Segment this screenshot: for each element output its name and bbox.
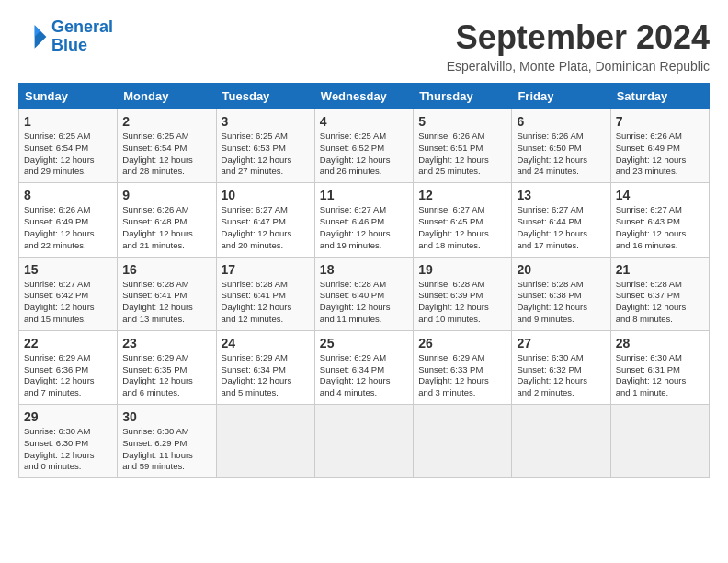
calendar-title: September 2024 <box>447 18 710 57</box>
day-number: 30 <box>122 409 210 424</box>
day-info: Sunrise: 6:27 AM Sunset: 6:43 PM Dayligh… <box>616 204 704 251</box>
day-info: Sunrise: 6:29 AM Sunset: 6:33 PM Dayligh… <box>418 352 506 399</box>
calendar-cell: 26Sunrise: 6:29 AM Sunset: 6:33 PM Dayli… <box>414 330 512 404</box>
day-number: 21 <box>616 262 704 277</box>
day-info: Sunrise: 6:30 AM Sunset: 6:30 PM Dayligh… <box>24 426 112 473</box>
day-info: Sunrise: 6:28 AM Sunset: 6:37 PM Dayligh… <box>616 279 704 326</box>
day-number: 9 <box>122 188 210 202</box>
weekday-header-saturday: Saturday <box>610 84 709 109</box>
logo-line1: General <box>51 17 113 36</box>
calendar-cell: 17Sunrise: 6:28 AM Sunset: 6:41 PM Dayli… <box>216 257 314 330</box>
calendar-cell: 19Sunrise: 6:28 AM Sunset: 6:39 PM Dayli… <box>414 257 512 330</box>
calendar-cell: 20Sunrise: 6:28 AM Sunset: 6:38 PM Dayli… <box>512 257 610 330</box>
day-info: Sunrise: 6:29 AM Sunset: 6:36 PM Dayligh… <box>24 352 112 399</box>
day-info: Sunrise: 6:27 AM Sunset: 6:45 PM Dayligh… <box>418 204 506 251</box>
day-info: Sunrise: 6:26 AM Sunset: 6:48 PM Dayligh… <box>122 204 210 251</box>
day-info: Sunrise: 6:27 AM Sunset: 6:42 PM Dayligh… <box>24 279 112 326</box>
day-number: 6 <box>517 114 605 129</box>
calendar-cell: 7Sunrise: 6:26 AM Sunset: 6:49 PM Daylig… <box>610 109 709 183</box>
day-number: 11 <box>320 188 408 202</box>
day-info: Sunrise: 6:28 AM Sunset: 6:40 PM Dayligh… <box>320 279 408 326</box>
day-number: 4 <box>320 114 408 129</box>
logo-icon <box>18 22 48 52</box>
day-info: Sunrise: 6:25 AM Sunset: 6:54 PM Dayligh… <box>122 131 210 178</box>
day-number: 18 <box>320 262 408 277</box>
day-number: 29 <box>24 409 112 424</box>
day-number: 25 <box>320 336 408 350</box>
calendar-cell: 25Sunrise: 6:29 AM Sunset: 6:34 PM Dayli… <box>314 330 413 404</box>
calendar-cell: 27Sunrise: 6:30 AM Sunset: 6:32 PM Dayli… <box>512 330 610 404</box>
day-number: 5 <box>418 114 506 129</box>
logo-line2: Blue <box>51 36 87 54</box>
calendar-week-2: 8Sunrise: 6:26 AM Sunset: 6:49 PM Daylig… <box>19 183 710 257</box>
day-info: Sunrise: 6:26 AM Sunset: 6:51 PM Dayligh… <box>418 131 506 178</box>
calendar-cell <box>414 405 512 478</box>
calendar-cell: 11Sunrise: 6:27 AM Sunset: 6:46 PM Dayli… <box>314 183 413 257</box>
weekday-header-friday: Friday <box>512 84 610 109</box>
day-info: Sunrise: 6:30 AM Sunset: 6:32 PM Dayligh… <box>517 352 605 399</box>
day-number: 15 <box>24 262 112 277</box>
day-info: Sunrise: 6:28 AM Sunset: 6:41 PM Dayligh… <box>122 279 210 326</box>
calendar-cell: 16Sunrise: 6:28 AM Sunset: 6:41 PM Dayli… <box>118 257 216 330</box>
calendar-cell: 13Sunrise: 6:27 AM Sunset: 6:44 PM Dayli… <box>512 183 610 257</box>
day-number: 28 <box>616 336 704 350</box>
calendar-cell <box>216 405 314 478</box>
day-info: Sunrise: 6:27 AM Sunset: 6:44 PM Dayligh… <box>517 204 605 251</box>
weekday-header-sunday: Sunday <box>19 84 118 109</box>
calendar-cell: 22Sunrise: 6:29 AM Sunset: 6:36 PM Dayli… <box>19 330 118 404</box>
day-number: 23 <box>122 336 210 350</box>
calendar-cell: 8Sunrise: 6:26 AM Sunset: 6:49 PM Daylig… <box>19 183 118 257</box>
calendar-body: 1Sunrise: 6:25 AM Sunset: 6:54 PM Daylig… <box>19 109 710 478</box>
calendar-cell: 4Sunrise: 6:25 AM Sunset: 6:52 PM Daylig… <box>314 109 413 183</box>
day-info: Sunrise: 6:25 AM Sunset: 6:52 PM Dayligh… <box>320 131 408 178</box>
calendar-cell: 1Sunrise: 6:25 AM Sunset: 6:54 PM Daylig… <box>19 109 118 183</box>
calendar-cell: 2Sunrise: 6:25 AM Sunset: 6:54 PM Daylig… <box>118 109 216 183</box>
calendar-week-4: 22Sunrise: 6:29 AM Sunset: 6:36 PM Dayli… <box>19 330 710 404</box>
day-info: Sunrise: 6:30 AM Sunset: 6:31 PM Dayligh… <box>616 352 704 399</box>
day-info: Sunrise: 6:28 AM Sunset: 6:39 PM Dayligh… <box>418 279 506 326</box>
logo-text: General Blue <box>51 18 113 55</box>
day-number: 16 <box>122 262 210 277</box>
day-number: 7 <box>616 114 704 129</box>
day-info: Sunrise: 6:27 AM Sunset: 6:47 PM Dayligh… <box>222 204 310 251</box>
day-number: 14 <box>616 188 704 202</box>
day-number: 26 <box>418 336 506 350</box>
day-number: 24 <box>222 336 310 350</box>
calendar-cell: 3Sunrise: 6:25 AM Sunset: 6:53 PM Daylig… <box>216 109 314 183</box>
weekday-header-wednesday: Wednesday <box>314 84 413 109</box>
day-info: Sunrise: 6:26 AM Sunset: 6:49 PM Dayligh… <box>616 131 704 178</box>
day-info: Sunrise: 6:25 AM Sunset: 6:54 PM Dayligh… <box>24 131 112 178</box>
calendar-cell <box>314 405 413 478</box>
day-info: Sunrise: 6:29 AM Sunset: 6:34 PM Dayligh… <box>222 352 310 399</box>
calendar-cell: 10Sunrise: 6:27 AM Sunset: 6:47 PM Dayli… <box>216 183 314 257</box>
title-block: September 2024 Esperalvillo, Monte Plata… <box>447 18 710 74</box>
calendar-header: SundayMondayTuesdayWednesdayThursdayFrid… <box>19 84 710 109</box>
logo: General Blue <box>18 18 113 55</box>
calendar-subtitle: Esperalvillo, Monte Plata, Dominican Rep… <box>447 59 710 74</box>
calendar-cell: 23Sunrise: 6:29 AM Sunset: 6:35 PM Dayli… <box>118 330 216 404</box>
calendar-cell: 5Sunrise: 6:26 AM Sunset: 6:51 PM Daylig… <box>414 109 512 183</box>
day-info: Sunrise: 6:29 AM Sunset: 6:34 PM Dayligh… <box>320 352 408 399</box>
day-info: Sunrise: 6:28 AM Sunset: 6:38 PM Dayligh… <box>517 279 605 326</box>
day-number: 17 <box>222 262 310 277</box>
day-number: 13 <box>517 188 605 202</box>
calendar-cell: 14Sunrise: 6:27 AM Sunset: 6:43 PM Dayli… <box>610 183 709 257</box>
page-header: General Blue September 2024 Esperalvillo… <box>18 18 710 74</box>
day-number: 10 <box>222 188 310 202</box>
day-number: 22 <box>24 336 112 350</box>
day-number: 2 <box>122 114 210 129</box>
weekday-row: SundayMondayTuesdayWednesdayThursdayFrid… <box>19 84 710 109</box>
day-info: Sunrise: 6:26 AM Sunset: 6:49 PM Dayligh… <box>24 204 112 251</box>
calendar-cell: 9Sunrise: 6:26 AM Sunset: 6:48 PM Daylig… <box>118 183 216 257</box>
day-number: 12 <box>418 188 506 202</box>
calendar-cell: 28Sunrise: 6:30 AM Sunset: 6:31 PM Dayli… <box>610 330 709 404</box>
calendar-cell: 15Sunrise: 6:27 AM Sunset: 6:42 PM Dayli… <box>19 257 118 330</box>
day-info: Sunrise: 6:29 AM Sunset: 6:35 PM Dayligh… <box>122 352 210 399</box>
calendar-cell <box>610 405 709 478</box>
calendar-cell: 21Sunrise: 6:28 AM Sunset: 6:37 PM Dayli… <box>610 257 709 330</box>
day-info: Sunrise: 6:27 AM Sunset: 6:46 PM Dayligh… <box>320 204 408 251</box>
day-number: 20 <box>517 262 605 277</box>
calendar-cell: 12Sunrise: 6:27 AM Sunset: 6:45 PM Dayli… <box>414 183 512 257</box>
weekday-header-tuesday: Tuesday <box>216 84 314 109</box>
calendar-cell: 6Sunrise: 6:26 AM Sunset: 6:50 PM Daylig… <box>512 109 610 183</box>
